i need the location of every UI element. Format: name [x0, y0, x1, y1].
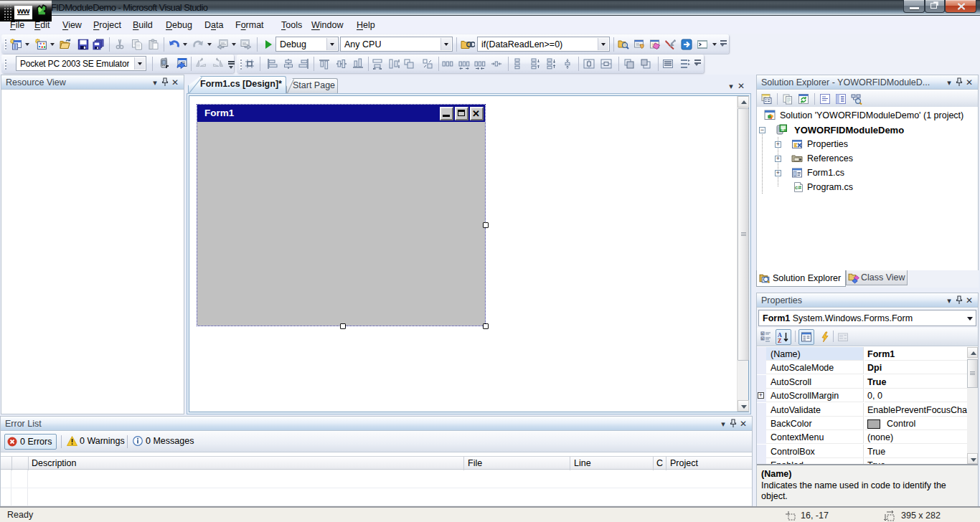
svg-text:c#: c#: [795, 184, 801, 191]
svg-text:+: +: [761, 336, 763, 341]
svg-text:Z: Z: [778, 338, 781, 343]
svg-text:#: #: [781, 126, 785, 133]
svg-text:+: +: [761, 331, 763, 336]
